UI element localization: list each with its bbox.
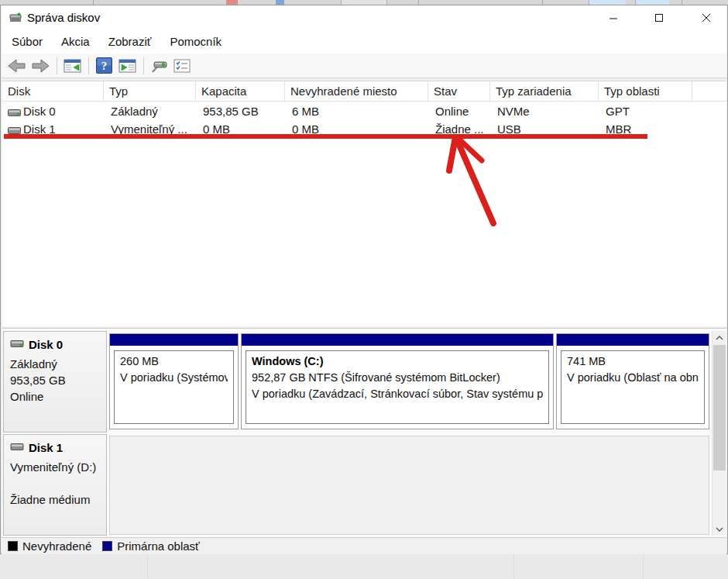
partition-color-bar: [242, 334, 553, 346]
partition-color-bar: [557, 334, 709, 346]
cell-typ-zariadenia: NVMe: [497, 105, 599, 118]
cell-typ-zariadenia: USB: [497, 122, 599, 136]
partition-name: Windows (C:): [252, 353, 543, 370]
disk-icon: [10, 339, 24, 349]
disk1-name: Disk 1: [29, 441, 101, 454]
minimize-button[interactable]: [596, 5, 631, 29]
partition-status: V poriadku (Oblasť na obn: [567, 370, 699, 386]
menu-bar: Súbor Akcia Zobraziť Pomocník: [2, 29, 726, 53]
partition-status: V poriadku (Systémov: [120, 370, 228, 386]
toolbar-separator: [88, 57, 89, 74]
disk1-no-media-area[interactable]: [109, 436, 709, 535]
window-title: Správa diskov: [27, 11, 100, 24]
legend-swatch-unallocated: [8, 541, 18, 551]
rescan-disks-icon[interactable]: [148, 56, 170, 76]
cell-typ: Základný: [111, 105, 196, 118]
disk-management-app-icon: [9, 12, 22, 27]
disk1-info-box[interactable]: Disk 1 Vymeniteľný (D:) Žiadne médium: [3, 434, 107, 536]
legend-label-unallocated: Nevyhradené: [22, 539, 91, 553]
action-pane-icon[interactable]: [116, 56, 138, 76]
menu-akcia[interactable]: Akcia: [53, 32, 98, 51]
column-header-kapacita[interactable]: Kapacita: [196, 81, 285, 102]
partition-recovery[interactable]: 741 MB V poriadku (Oblasť na obn: [556, 333, 709, 429]
legend-label-primary: Primárna oblasť: [117, 539, 200, 553]
disk-management-window: Správa diskov Súbor Akcia Zobraziť Pomoc…: [0, 5, 728, 554]
help-icon[interactable]: ?: [93, 56, 115, 76]
scroll-down-icon[interactable]: [713, 522, 726, 536]
disk0-name: Disk 0: [29, 338, 101, 351]
cell-kapacita: 0 MB: [203, 122, 285, 136]
legend-swatch-primary: [102, 541, 112, 551]
partition-size: 260 MB: [120, 353, 228, 370]
toolbar-separator: [143, 57, 144, 74]
column-header-empty: [692, 81, 726, 102]
cell-disk: Disk 0: [23, 105, 104, 118]
menu-subor[interactable]: Súbor: [3, 32, 51, 51]
disk0-status: Online: [10, 388, 101, 405]
console-tree-icon[interactable]: [61, 56, 83, 76]
disk1-status: Žiadne médium: [10, 491, 101, 508]
partition-size: 952,87 GB NTFS (Šifrované systémom BitLo…: [252, 370, 543, 386]
legend-bar: Nevyhradené Primárna oblasť: [2, 537, 726, 554]
partition-size: 741 MB: [567, 353, 699, 370]
close-button[interactable]: [689, 5, 724, 29]
column-header-typ-zariadenia[interactable]: Typ zariadenia: [490, 81, 599, 102]
graphical-view-pane: Disk 0 Základný 953,85 GB Online 260 MB …: [2, 328, 726, 537]
disk0-size: 953,85 GB: [10, 372, 101, 388]
cell-typ-oblasti: GPT: [606, 105, 692, 118]
cell-nevyhradene: 0 MB: [292, 122, 428, 136]
disk-icon: [10, 443, 24, 452]
cell-nevyhradene: 6 MB: [292, 105, 428, 118]
column-header-typ[interactable]: Typ: [104, 81, 196, 102]
disk0-info-box[interactable]: Disk 0 Základný 953,85 GB Online: [3, 331, 107, 433]
table-row-disk1[interactable]: Disk 1 Vymeniteľný ... 0 MB 0 MB Žiadne …: [2, 121, 726, 138]
menu-zobrazit[interactable]: Zobraziť: [100, 32, 160, 51]
table-row-disk0[interactable]: Disk 0 Základný 953,85 GB 6 MB Online NV…: [2, 103, 726, 120]
disk-icon: [8, 107, 21, 121]
cell-typ: Vymeniteľný ...: [111, 122, 196, 136]
partition-status: V poriadku (Zavádzací, Stránkovací súbor…: [252, 386, 543, 402]
column-header-nevyhradene[interactable]: Nevyhradené miesto: [285, 81, 428, 102]
maximize-button[interactable]: [641, 5, 677, 29]
disk1-empty-line: [10, 475, 101, 491]
disk1-type: Vymeniteľný (D:): [10, 459, 101, 475]
menu-pomocnik[interactable]: Pomocník: [161, 32, 230, 51]
scrollbar-vertical[interactable]: [712, 331, 726, 536]
partition-windows-c[interactable]: Windows (C:) 952,87 GB NTFS (Šifrované s…: [241, 333, 554, 429]
disk-list: Disk Typ Kapacita Nevyhradené miesto Sta…: [2, 81, 726, 326]
scrollbar-thumb[interactable]: [713, 345, 726, 470]
forward-icon[interactable]: [29, 56, 51, 76]
background-strip: [0, 554, 728, 579]
svg-text:?: ?: [101, 60, 107, 72]
column-header-typ-oblasti[interactable]: Typ oblasti: [599, 81, 692, 102]
back-icon[interactable]: [6, 56, 28, 76]
checklist-icon[interactable]: [171, 56, 193, 76]
cell-disk: Disk 1: [23, 122, 104, 136]
cell-stav: Online: [435, 105, 490, 118]
partition-color-bar: [110, 334, 238, 346]
cell-kapacita: 953,85 GB: [203, 105, 285, 118]
scroll-up-icon[interactable]: [713, 331, 726, 344]
disk0-type: Základný: [10, 356, 101, 372]
cell-stav: Žiadne ...: [435, 122, 490, 136]
toolbar-separator: [57, 57, 57, 74]
column-header-stav[interactable]: Stav: [428, 81, 490, 102]
disk-list-header: Disk Typ Kapacita Nevyhradené miesto Sta…: [2, 81, 726, 102]
partition-system[interactable]: 260 MB V poriadku (Systémov: [109, 333, 239, 429]
title-bar[interactable]: Správa diskov: [2, 5, 726, 29]
column-header-disk[interactable]: Disk: [2, 81, 104, 102]
toolbar: ?: [2, 53, 726, 78]
cell-typ-oblasti: MBR: [606, 122, 692, 136]
disk-icon: [8, 125, 21, 139]
